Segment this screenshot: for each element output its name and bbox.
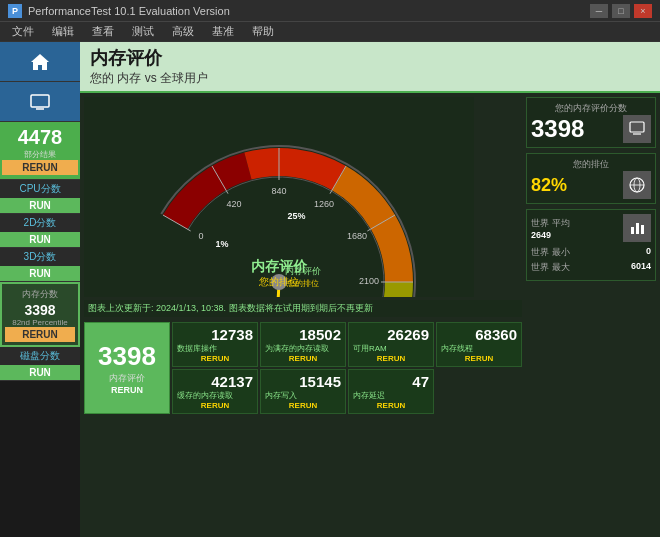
- world-stats-box: 世界 平均 2649 世界 最小 0 世界 最大 6014: [526, 209, 656, 281]
- memory-score-label: 内存分数: [5, 287, 75, 302]
- stat-val-1: 18502: [265, 326, 341, 343]
- menu-item-高级[interactable]: 高级: [164, 22, 202, 41]
- large-score-label: 内存评价: [109, 372, 145, 385]
- stat-rerun-0[interactable]: RERUN: [177, 354, 253, 363]
- page-subtitle: 您的 内存 vs 全球用户: [90, 70, 650, 87]
- disk-run-button[interactable]: RUN: [0, 365, 80, 380]
- svg-rect-1: [31, 95, 49, 107]
- stat-lbl-0: 数据库操作: [177, 343, 253, 354]
- stat-cell-6: 47 内存延迟 RERUN: [348, 369, 434, 414]
- memory-rerun-button[interactable]: RERUN: [5, 327, 75, 342]
- world-min-label: 世界 最小: [531, 246, 570, 259]
- bottom-stats-grid: 3398 内存评价 RERUN 12738 数据库操作 RERUN 18502 …: [84, 322, 522, 414]
- svg-rect-10: [641, 225, 644, 234]
- memory-score-value: 3398: [5, 302, 75, 318]
- monitor-icon: [22, 90, 58, 114]
- world-max-row: 世界 最大 6014: [531, 261, 651, 274]
- window-controls: ─ □ ×: [590, 4, 652, 18]
- stat-lbl-1: 为满存的内存读取: [265, 343, 341, 354]
- cpu-run-button[interactable]: RUN: [0, 198, 80, 213]
- large-score-rerun[interactable]: RERUN: [111, 385, 143, 395]
- cpu-label: CPU分数: [0, 180, 80, 198]
- your-score-box: 您的内存评价分数 3398: [526, 97, 656, 148]
- svg-rect-8: [631, 227, 634, 234]
- minimize-button[interactable]: ─: [590, 4, 608, 18]
- 2d-run-button[interactable]: RUN: [0, 232, 80, 247]
- sidebar-home-button[interactable]: [0, 42, 80, 82]
- globe-icon: [623, 171, 651, 199]
- stat-rerun-4[interactable]: RERUN: [177, 401, 253, 410]
- 3d-run-button[interactable]: RUN: [0, 266, 80, 281]
- world-avg-value: 2649: [531, 230, 570, 240]
- close-button[interactable]: ×: [634, 4, 652, 18]
- score-icon: [623, 115, 651, 143]
- stat-lbl-3: 内存线程: [441, 343, 517, 354]
- passmark-score-value: 4478: [18, 126, 63, 149]
- stat-rerun-2[interactable]: RERUN: [353, 354, 429, 363]
- svg-rect-3: [630, 122, 644, 132]
- stat-val-5: 15145: [265, 373, 341, 390]
- your-score-value: 3398: [531, 115, 584, 143]
- chart-icon: [623, 214, 651, 242]
- menubar: 文件编辑查看测试高级基准帮助: [0, 22, 660, 42]
- menu-item-查看[interactable]: 查看: [84, 22, 122, 41]
- gauge-inner-label: 内存评价: [285, 265, 321, 278]
- menu-item-基准[interactable]: 基准: [204, 22, 242, 41]
- sidebar-cpu-section: CPU分数 RUN: [0, 180, 80, 214]
- world-min-row: 世界 最小 0: [531, 246, 651, 259]
- stat-rerun-5[interactable]: RERUN: [265, 401, 341, 410]
- maximize-button[interactable]: □: [612, 4, 630, 18]
- update-notice: 图表上次更新于: 2024/1/13, 10:38. 图表数据将在试用期到期后不…: [84, 300, 522, 317]
- sidebar-2d-section: 2D分数 RUN: [0, 214, 80, 248]
- passmark-rerun-button[interactable]: RERUN: [2, 160, 78, 175]
- sidebar-passmark: 4478 部分结果 RERUN: [0, 122, 80, 180]
- menu-item-文件[interactable]: 文件: [4, 22, 42, 41]
- passmark-sublabel: 部分结果: [24, 149, 56, 160]
- sidebar-memory-section: 内存分数 3398 82nd Percentile RERUN: [0, 282, 80, 347]
- titlebar: P PerformanceTest 10.1 Evaluation Versio…: [0, 0, 660, 22]
- memory-percentile: 82nd Percentile: [5, 318, 75, 327]
- right-panel: 您的内存评价分数 3398 您的排位 82%: [526, 97, 656, 533]
- sidebar-monitor-button[interactable]: [0, 82, 80, 122]
- menu-item-帮助[interactable]: 帮助: [244, 22, 282, 41]
- stat-lbl-4: 缓存的内存读取: [177, 390, 253, 401]
- stat-val-3: 68360: [441, 326, 517, 343]
- sidebar: 4478 部分结果 RERUN CPU分数 RUN 2D分数 RUN 3D分数 …: [0, 42, 80, 537]
- stat-rerun-1[interactable]: RERUN: [265, 354, 341, 363]
- rank-value: 82%: [531, 175, 567, 196]
- sidebar-3d-section: 3D分数 RUN: [0, 248, 80, 282]
- stat-cell-2: 26269 可用RAM RERUN: [348, 322, 434, 367]
- home-icon: [22, 50, 58, 74]
- stat-val-4: 42137: [177, 373, 253, 390]
- stat-cell-5: 15145 内存写入 RERUN: [260, 369, 346, 414]
- title-text: PerformanceTest 10.1 Evaluation Version: [28, 5, 590, 17]
- world-min-value: 0: [646, 246, 651, 259]
- content-area: 内存评价 您的 内存 vs 全球用户 内存评价 您的排位 图表上次更新于: 20…: [80, 42, 660, 537]
- gauge-canvas: [84, 97, 474, 297]
- stat-cell-4: 42137 缓存的内存读取 RERUN: [172, 369, 258, 414]
- stat-cell-0: 12738 数据库操作 RERUN: [172, 322, 258, 367]
- stat-val-2: 26269: [353, 326, 429, 343]
- disk-label: 磁盘分数: [0, 347, 80, 365]
- menu-item-测试[interactable]: 测试: [124, 22, 162, 41]
- stat-rerun-3[interactable]: RERUN: [441, 354, 517, 363]
- sidebar-disk-section: 磁盘分数 RUN: [0, 347, 80, 381]
- svg-marker-0: [31, 54, 49, 70]
- your-score-title: 您的内存评价分数: [531, 102, 651, 115]
- 2d-label: 2D分数: [0, 214, 80, 232]
- stat-lbl-2: 可用RAM: [353, 343, 429, 354]
- gauge-inner-sublabel: 您的排位: [285, 278, 321, 289]
- svg-rect-9: [636, 223, 639, 234]
- 3d-label: 3D分数: [0, 248, 80, 266]
- menu-item-编辑[interactable]: 编辑: [44, 22, 82, 41]
- rank-box: 您的排位 82%: [526, 153, 656, 204]
- main-layout: 4478 部分结果 RERUN CPU分数 RUN 2D分数 RUN 3D分数 …: [0, 42, 660, 537]
- app-icon: P: [8, 4, 22, 18]
- stat-lbl-5: 内存写入: [265, 390, 341, 401]
- gauge-container: 内存评价 您的排位: [84, 97, 522, 297]
- stat-val-6: 47: [353, 373, 429, 390]
- large-score-value: 3398: [98, 341, 156, 372]
- page-title: 内存评价: [90, 46, 650, 70]
- stat-rerun-6[interactable]: RERUN: [353, 401, 429, 410]
- stat-lbl-6: 内存延迟: [353, 390, 429, 401]
